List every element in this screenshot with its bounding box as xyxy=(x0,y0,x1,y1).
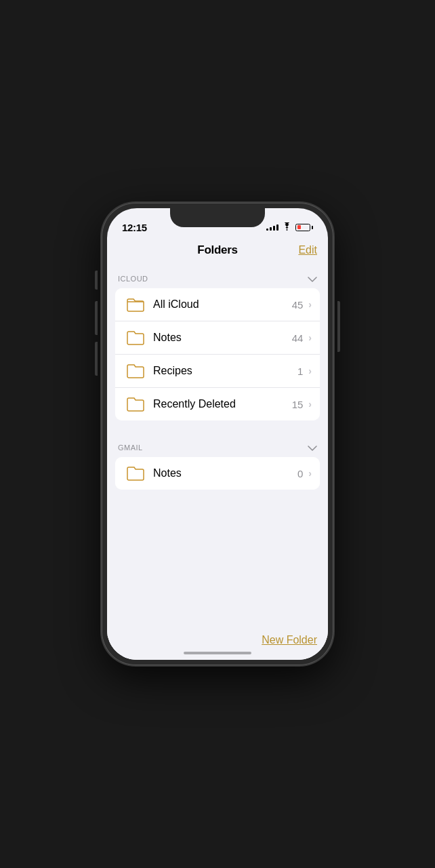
folder-count-recipes: 1 xyxy=(297,366,303,377)
phone-screen: 12:15 xyxy=(107,208,328,660)
status-icons xyxy=(266,222,313,233)
nav-bar: Folders Edit xyxy=(107,238,328,262)
volume-down-button xyxy=(95,342,98,376)
home-indicator xyxy=(184,652,251,654)
folder-item-all-icloud[interactable]: All iCloud 45 › xyxy=(115,288,320,321)
folder-icon-recipes xyxy=(126,363,145,379)
signal-icon xyxy=(266,224,278,231)
folder-count-all-icloud: 45 xyxy=(292,299,304,311)
folder-count-notes-icloud: 44 xyxy=(292,332,304,344)
bottom-bar: New Folder xyxy=(107,629,328,660)
folder-icon-all-icloud xyxy=(126,296,145,313)
folder-item-notes-icloud[interactable]: Notes 44 › xyxy=(115,321,320,355)
folder-icon-recently-deleted xyxy=(126,396,145,412)
icloud-folder-items: All iCloud 45 › Notes 44 › xyxy=(115,288,320,420)
icloud-collapse-icon xyxy=(308,273,317,284)
folder-count-recently-deleted: 15 xyxy=(292,399,304,410)
folder-count-notes-gmail: 0 xyxy=(297,468,303,479)
status-time: 12:15 xyxy=(122,222,147,233)
folder-chevron-all-icloud: › xyxy=(308,299,312,310)
wifi-icon xyxy=(282,222,292,233)
folder-list: ICLOUD xyxy=(107,262,328,629)
gmail-section-title: GMAIL xyxy=(118,443,143,452)
gmail-collapse-icon xyxy=(308,442,317,453)
power-button xyxy=(337,301,340,352)
battery-icon xyxy=(295,224,313,231)
folder-chevron-notes-icloud: › xyxy=(308,332,312,343)
folder-name-notes-gmail: Notes xyxy=(153,467,297,479)
icloud-section-header[interactable]: ICLOUD xyxy=(107,262,328,288)
gmail-folder-items: Notes 0 › xyxy=(115,457,320,490)
phone-device: 12:15 xyxy=(102,203,333,665)
folder-chevron-recipes: › xyxy=(308,366,312,376)
folder-chevron-notes-gmail: › xyxy=(308,468,312,479)
folder-item-recipes[interactable]: Recipes 1 › xyxy=(115,355,320,388)
svg-point-0 xyxy=(287,229,288,231)
folder-name-recipes: Recipes xyxy=(153,365,297,377)
folder-name-notes-icloud: Notes xyxy=(153,332,292,344)
section-spacer xyxy=(107,420,328,431)
folder-name-recently-deleted: Recently Deleted xyxy=(153,398,292,410)
edit-button[interactable]: Edit xyxy=(298,244,317,256)
gmail-section-header[interactable]: GMAIL xyxy=(107,431,328,457)
page-title: Folders xyxy=(197,243,237,257)
folder-chevron-recently-deleted: › xyxy=(308,399,312,410)
icloud-section-title: ICLOUD xyxy=(118,275,148,283)
folder-item-notes-gmail[interactable]: Notes 0 › xyxy=(115,457,320,490)
folder-icon-notes-icloud xyxy=(126,330,145,346)
folder-item-recently-deleted[interactable]: Recently Deleted 15 › xyxy=(115,388,320,420)
folder-name-all-icloud: All iCloud xyxy=(153,298,292,311)
notch xyxy=(170,208,265,227)
folder-icon-notes-gmail xyxy=(126,465,145,481)
new-folder-button[interactable]: New Folder xyxy=(262,634,317,646)
app-content: Folders Edit ICLOUD xyxy=(107,238,328,660)
mute-button xyxy=(95,271,98,290)
volume-up-button xyxy=(95,301,98,335)
